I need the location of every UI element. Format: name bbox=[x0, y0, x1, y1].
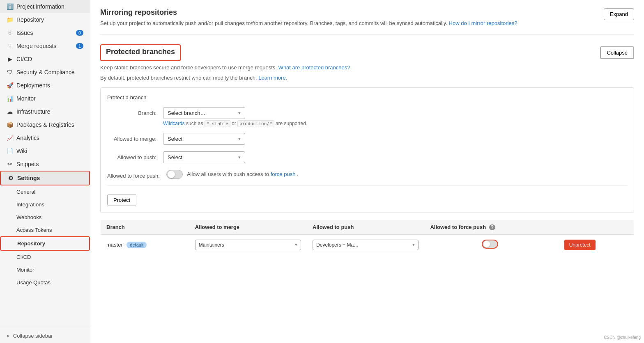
merge-requests-icon: ⑂ bbox=[7, 43, 13, 49]
push-select-arrow: ▾ bbox=[412, 242, 415, 247]
allowed-merge-control: Select ▾ bbox=[163, 133, 627, 145]
merge-value-cell: Maintainers ▾ bbox=[189, 234, 307, 255]
sidebar-sub-cicd[interactable]: CI/CD bbox=[0, 251, 90, 263]
wildcard-hint: Wildcards such as *-stable or production… bbox=[163, 121, 627, 126]
infrastructure-icon: ☁ bbox=[7, 108, 13, 115]
merge-requests-badge: 1 bbox=[76, 43, 83, 49]
allowed-force-push-control: ✕ Allow all users with push access to fo… bbox=[166, 170, 627, 179]
toggle-knob-table bbox=[483, 241, 490, 247]
col-branch: Branch bbox=[101, 220, 189, 234]
sidebar-sub-monitor[interactable]: Monitor bbox=[0, 263, 90, 276]
learn-more-link[interactable]: Learn more. bbox=[258, 75, 287, 81]
sidebar-item-cicd[interactable]: ▶ CI/CD bbox=[0, 53, 90, 66]
sidebar: ℹ️ Project information 📁 Repository ○ Is… bbox=[0, 0, 90, 343]
sidebar-item-monitor[interactable]: 📊 Monitor bbox=[0, 92, 90, 105]
force-push-toggle[interactable]: ✕ bbox=[166, 170, 183, 179]
security-icon: 🛡 bbox=[7, 69, 13, 75]
protected-branches-section: Protected branches Collapse Keep stable … bbox=[100, 44, 634, 256]
collapse-sidebar-button[interactable]: « Collapse sidebar bbox=[0, 328, 90, 343]
help-icon: ? bbox=[489, 224, 495, 230]
issues-icon: ○ bbox=[7, 30, 13, 36]
allowed-push-arrow: ▾ bbox=[238, 155, 241, 160]
sidebar-item-project-information[interactable]: ℹ️ Project information bbox=[0, 0, 90, 13]
protected-branches-title: Protected branches bbox=[106, 48, 175, 56]
issues-badge: 0 bbox=[76, 30, 83, 36]
wildcard-code2: production/* bbox=[237, 120, 274, 127]
allowed-merge-label: Allowed to merge: bbox=[107, 133, 156, 142]
sidebar-sub-integrations[interactable]: Integrations bbox=[0, 198, 90, 211]
main-content: Mirroring repositories Set up your proje… bbox=[90, 0, 644, 343]
sidebar-sub-access-tokens[interactable]: Access Tokens bbox=[0, 224, 90, 236]
sidebar-sub-webhooks[interactable]: Webhooks bbox=[0, 211, 90, 224]
col-force-push: Allowed to force push ? bbox=[424, 220, 555, 234]
protected-branches-link[interactable]: What are protected branches? bbox=[278, 64, 350, 71]
mirroring-description: Set up your project to automatically pus… bbox=[100, 19, 517, 27]
sidebar-item-settings[interactable]: ⚙ Settings bbox=[0, 171, 90, 185]
force-push-toggle-row: ✕ Allow all users with push access to fo… bbox=[166, 170, 627, 179]
packages-icon: 📦 bbox=[7, 121, 13, 128]
branch-name-cell: master default bbox=[101, 234, 189, 255]
unprotect-cell: Unprotect bbox=[555, 234, 634, 255]
sidebar-item-merge-requests[interactable]: ⑂ Merge requests 1 bbox=[0, 39, 90, 53]
col-actions bbox=[555, 220, 634, 234]
allowed-merge-row: Allowed to merge: Select ▾ bbox=[107, 133, 627, 145]
push-select-table[interactable]: Developers + Ma… ▾ bbox=[313, 240, 419, 250]
sidebar-sub-repository[interactable]: Repository bbox=[0, 236, 90, 251]
allowed-push-control: Select ▾ bbox=[163, 151, 627, 163]
collapse-button[interactable]: Collapse bbox=[600, 46, 634, 59]
expand-button[interactable]: Expand bbox=[604, 8, 634, 20]
analytics-icon: 📈 bbox=[7, 135, 13, 141]
protected-branches-note: By default, protected branches restrict … bbox=[100, 75, 634, 81]
table-row: master default Maintainers ▾ Developers … bbox=[101, 234, 634, 255]
branch-select[interactable]: Select branch… ▾ bbox=[163, 107, 245, 119]
protected-branches-description: Keep stable branches secure and force de… bbox=[100, 64, 634, 71]
branch-label: Branch: bbox=[107, 107, 156, 116]
force-push-toggle-table[interactable]: ✕ bbox=[482, 240, 498, 249]
force-push-link[interactable]: force push bbox=[271, 171, 296, 177]
allowed-force-push-label: Allowed to force push: bbox=[107, 170, 160, 179]
sidebar-sub-general[interactable]: General bbox=[0, 185, 90, 198]
force-push-toggle-cell: ✕ bbox=[424, 234, 555, 255]
wildcards-link[interactable]: Wildcards bbox=[163, 121, 185, 126]
sidebar-item-security-compliance[interactable]: 🛡 Security & Compliance bbox=[0, 66, 90, 79]
sidebar-item-analytics[interactable]: 📈 Analytics bbox=[0, 131, 90, 144]
allowed-push-row: Allowed to push: Select ▾ bbox=[107, 151, 627, 163]
col-merge: Allowed to merge bbox=[189, 220, 307, 234]
deployments-icon: 🚀 bbox=[7, 82, 13, 89]
chevron-left-icon: « bbox=[7, 332, 10, 339]
mirroring-title: Mirroring repositories bbox=[100, 8, 517, 17]
project-information-icon: ℹ️ bbox=[7, 3, 13, 10]
col-push: Allowed to push bbox=[307, 220, 424, 234]
mirroring-link[interactable]: How do I mirror repositories? bbox=[449, 20, 518, 26]
sidebar-item-issues[interactable]: ○ Issues 0 bbox=[0, 26, 90, 39]
sidebar-item-snippets[interactable]: ✂ Snippets bbox=[0, 158, 90, 171]
branch-table: Branch Allowed to merge Allowed to push … bbox=[100, 220, 634, 256]
sidebar-item-deployments[interactable]: 🚀 Deployments bbox=[0, 79, 90, 92]
settings-icon: ⚙ bbox=[7, 175, 14, 181]
sidebar-item-repository[interactable]: 📁 Repository bbox=[0, 13, 90, 26]
watermark: CSDN @zhuikefeng bbox=[604, 335, 641, 340]
mirroring-section: Mirroring repositories Set up your proje… bbox=[100, 0, 634, 34]
sidebar-item-infrastructure[interactable]: ☁ Infrastructure bbox=[0, 105, 90, 118]
allowed-merge-select[interactable]: Select ▾ bbox=[163, 133, 245, 145]
sidebar-item-packages-registries[interactable]: 📦 Packages & Registries bbox=[0, 118, 90, 131]
allowed-push-select[interactable]: Select ▾ bbox=[163, 151, 245, 163]
sidebar-sub-usage-quotas[interactable]: Usage Quotas bbox=[0, 276, 90, 289]
monitor-icon: 📊 bbox=[7, 95, 13, 102]
default-badge: default bbox=[126, 242, 147, 248]
unprotect-button[interactable]: Unprotect bbox=[564, 240, 596, 250]
merge-select-table[interactable]: Maintainers ▾ bbox=[195, 240, 301, 250]
sidebar-item-wiki[interactable]: 📄 Wiki bbox=[0, 144, 90, 158]
wiki-icon: 📄 bbox=[7, 148, 13, 154]
branch-control: Select branch… ▾ Wildcards such as *-sta… bbox=[163, 107, 627, 126]
allowed-merge-arrow: ▾ bbox=[238, 136, 241, 142]
push-value-cell: Developers + Ma… ▾ bbox=[307, 234, 424, 255]
cicd-icon: ▶ bbox=[7, 56, 13, 62]
repository-icon: 📁 bbox=[7, 16, 13, 23]
protect-button[interactable]: Protect bbox=[107, 194, 136, 206]
snippets-icon: ✂ bbox=[7, 161, 13, 167]
branch-select-arrow: ▾ bbox=[238, 110, 241, 116]
wildcard-code1: *-stable bbox=[205, 120, 230, 127]
allowed-force-push-row: Allowed to force push: ✕ Allow all users… bbox=[107, 170, 627, 179]
force-push-description: Allow all users with push access to forc… bbox=[187, 171, 299, 177]
